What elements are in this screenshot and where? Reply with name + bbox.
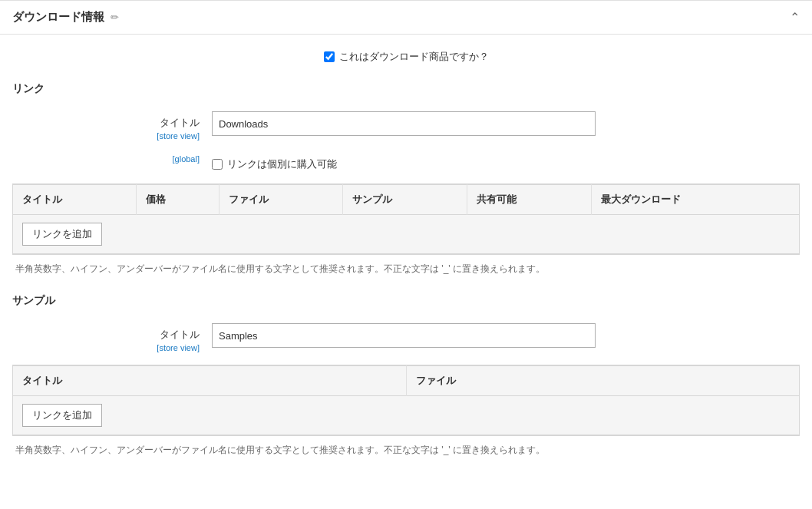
link-col-price: 価格 xyxy=(137,185,219,215)
sample-col-file: ファイル xyxy=(406,366,799,396)
is-download-checkbox[interactable] xyxy=(324,51,335,62)
global-label-text: [global] xyxy=(173,154,200,164)
sample-title-label: タイトル xyxy=(12,328,200,342)
sample-title-control xyxy=(212,323,800,348)
sample-add-link-row: リンクを追加 xyxy=(13,396,799,435)
sample-table-header-row: タイトル ファイル xyxy=(13,366,799,396)
link-col-shareable: 共有可能 xyxy=(467,185,592,215)
link-col-title: タイトル xyxy=(13,185,137,215)
link-col-maxdownload: 最大ダウンロード xyxy=(592,185,799,215)
sample-table-container: タイトル ファイル リンクを追加 xyxy=(12,365,800,436)
sample-table: タイトル ファイル xyxy=(13,365,799,396)
link-title-control xyxy=(212,111,800,136)
sample-title-row: タイトル [store view] xyxy=(12,323,800,352)
section-title-row: ダウンロード情報 ✏ xyxy=(12,10,119,25)
sample-add-link-button[interactable]: リンクを追加 xyxy=(22,404,102,427)
is-download-label: これはダウンロード商品ですか？ xyxy=(339,50,489,64)
link-title-input[interactable] xyxy=(212,111,596,136)
edit-icon[interactable]: ✏ xyxy=(111,12,119,23)
link-table-header: タイトル 価格 ファイル サンプル 共有可能 最大ダウンロード xyxy=(13,185,799,215)
section-title: ダウンロード情報 xyxy=(12,10,104,25)
sample-title-input[interactable] xyxy=(212,323,596,348)
sample-title-label-col: タイトル [store view] xyxy=(12,323,212,352)
sample-col-title: タイトル xyxy=(13,366,406,396)
link-title-sublabel: [store view] xyxy=(12,131,200,140)
individually-purchasable-checkbox-row: リンクは個別に購入可能 xyxy=(212,153,337,171)
section-content: これはダウンロード商品ですか？ リンク タイトル [store view] [g… xyxy=(0,35,812,491)
link-notice: 半角英数字、ハイフン、アンダーバーがファイル名に使用する文字として推奨されます。… xyxy=(12,263,800,276)
link-title-label: タイトル xyxy=(12,116,200,130)
sample-title-sublabel: [store view] xyxy=(12,343,200,352)
global-label: [global] xyxy=(12,153,212,164)
link-add-link-button[interactable]: リンクを追加 xyxy=(22,223,102,246)
sample-sub-section: サンプル タイトル [store view] タイトル ファイル xyxy=(12,294,800,457)
is-download-checkbox-label[interactable]: これはダウンロード商品ですか？ xyxy=(324,50,489,64)
link-sub-section: リンク タイトル [store view] [global] リンクは個別に xyxy=(12,82,800,276)
link-table-container: タイトル 価格 ファイル サンプル 共有可能 最大ダウンロード リンクを追加 xyxy=(12,183,800,255)
individually-purchasable-row: [global] リンクは個別に購入可能 xyxy=(12,153,800,171)
link-section-title: リンク xyxy=(12,82,800,99)
link-col-file: ファイル xyxy=(219,185,343,215)
is-download-checkbox-row: これはダウンロード商品ですか？ xyxy=(12,50,800,64)
link-table: タイトル 価格 ファイル サンプル 共有可能 最大ダウンロード xyxy=(13,184,799,215)
link-col-sample: サンプル xyxy=(343,185,467,215)
collapse-icon[interactable]: ⌃ xyxy=(790,10,800,25)
link-title-row: タイトル [store view] xyxy=(12,111,800,140)
sample-notice: 半角英数字、ハイフン、アンダーバーがファイル名に使用する文字として推奨されます。… xyxy=(12,444,800,457)
individually-purchasable-label[interactable]: リンクは個別に購入可能 xyxy=(227,157,337,171)
link-table-header-row: タイトル 価格 ファイル サンプル 共有可能 最大ダウンロード xyxy=(13,185,799,215)
individually-purchasable-checkbox[interactable] xyxy=(212,159,223,170)
page-container: ダウンロード情報 ✏ ⌃ これはダウンロード商品ですか？ リンク タイトル [s… xyxy=(0,0,812,509)
section-header: ダウンロード情報 ✏ ⌃ xyxy=(0,0,812,35)
sample-section-title: サンプル xyxy=(12,294,800,311)
sample-table-header: タイトル ファイル xyxy=(13,366,799,396)
link-add-link-row: リンクを追加 xyxy=(13,215,799,254)
link-title-label-col: タイトル [store view] xyxy=(12,111,212,140)
